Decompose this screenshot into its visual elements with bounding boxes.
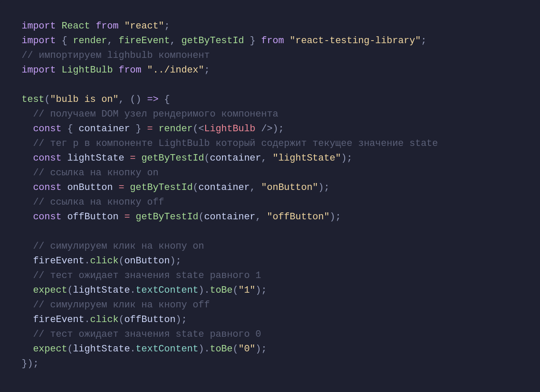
id-react: React bbox=[61, 21, 90, 32]
str-rtl: "react-testing-library" bbox=[290, 35, 421, 46]
comment-p: // тег p в компоненте LightBulb который … bbox=[33, 138, 438, 149]
fn-getbytestid: getByTestId bbox=[136, 212, 198, 222]
line-6: test("bulb is on", () => { bbox=[22, 94, 170, 105]
jsx-lightbulb: LightBulb bbox=[204, 123, 256, 134]
fn-expect: expect bbox=[33, 285, 67, 296]
fn-render: render bbox=[159, 123, 193, 134]
var-lightstate: lightState bbox=[67, 153, 124, 164]
prop-textcontent: textContent bbox=[136, 344, 198, 354]
kw-import: import bbox=[22, 65, 56, 76]
id-lightbulb: LightBulb bbox=[61, 65, 113, 76]
line-1: import React from "react"; bbox=[22, 21, 170, 32]
arg-onbutton: onButton bbox=[124, 256, 170, 266]
str-onbutton: "onButton" bbox=[261, 182, 318, 193]
id-container: container bbox=[79, 123, 130, 134]
kw-import: import bbox=[22, 35, 56, 46]
arg-offbutton: offButton bbox=[124, 314, 176, 325]
fn-getbytestid: getByTestId bbox=[130, 182, 193, 193]
line-23: expect(lightState.textContent).toBe("0")… bbox=[33, 344, 267, 354]
comment-state0: // тест ожидает значения state равного 0 bbox=[33, 329, 261, 340]
kw-from: from bbox=[261, 35, 284, 46]
kw-import: import bbox=[22, 21, 56, 32]
str-offbutton: "offButton" bbox=[267, 212, 330, 222]
fn-click: click bbox=[90, 314, 118, 325]
line-17: fireEvent.click(onButton); bbox=[33, 256, 181, 266]
line-12: const onButton = getByTestId(container, … bbox=[33, 182, 330, 193]
comment-sim-on: // симулируем клик на кнопу on bbox=[33, 241, 204, 252]
id-fireevent: fireEvent bbox=[33, 256, 84, 266]
kw-const: const bbox=[33, 153, 61, 164]
arg-lightstate: lightState bbox=[73, 285, 130, 296]
fn-tobe: toBe bbox=[210, 285, 233, 296]
fn-click: click bbox=[90, 256, 118, 266]
line-19: expect(lightState.textContent).toBe("1")… bbox=[33, 285, 267, 296]
comment-on: // ссылка на кнопку on bbox=[33, 168, 158, 178]
id-fireevent: fireEvent bbox=[33, 314, 84, 325]
comment-sim-off: // симулируем клик на кнопу off bbox=[33, 300, 210, 310]
kw-from: from bbox=[96, 21, 119, 32]
id-getbytestid: getByTestId bbox=[181, 35, 244, 46]
kw-const: const bbox=[33, 182, 61, 193]
kw-from: from bbox=[118, 65, 141, 76]
end-brace: }); bbox=[22, 358, 39, 369]
comment-off: // ссылка на кнопку off bbox=[33, 197, 164, 208]
var-offbutton: offButton bbox=[67, 212, 119, 222]
prop-textcontent: textContent bbox=[136, 285, 198, 296]
line-2: import { render, fireEvent, getByTestId … bbox=[22, 35, 426, 46]
line-10: const lightState = getByTestId(container… bbox=[33, 153, 352, 164]
fn-expect: expect bbox=[33, 344, 67, 354]
line-21: fireEvent.click(offButton); bbox=[33, 314, 187, 325]
arg-container: container bbox=[210, 153, 261, 164]
str-bulb: "bulb is on" bbox=[50, 94, 118, 105]
str-lightstate: "lightState" bbox=[273, 153, 341, 164]
line-8: const { container } = render(<LightBulb … bbox=[33, 123, 284, 134]
arg-lightstate: lightState bbox=[73, 344, 130, 354]
comment-dom: // получаем DOM узел рендеримого компоне… bbox=[33, 109, 278, 120]
fn-tobe: toBe bbox=[210, 344, 233, 354]
str-1: "1" bbox=[238, 285, 256, 296]
id-fireevent: fireEvent bbox=[118, 35, 170, 46]
arg-container: container bbox=[204, 212, 256, 222]
str-0: "0" bbox=[238, 344, 256, 354]
kw-const: const bbox=[33, 212, 61, 222]
arrow: => bbox=[147, 94, 158, 105]
fn-getbytestid: getByTestId bbox=[141, 153, 204, 164]
str-index: "../index" bbox=[147, 65, 204, 76]
id-render: render bbox=[73, 35, 107, 46]
comment-state1: // тест ожидает значения state равного 1 bbox=[33, 270, 261, 281]
str-react: "react" bbox=[124, 21, 164, 32]
kw-const: const bbox=[33, 123, 61, 134]
line-14: const offButton = getByTestId(container,… bbox=[33, 212, 341, 222]
line-4: import LightBulb from "../index"; bbox=[22, 65, 210, 76]
fn-test: test bbox=[22, 94, 44, 105]
var-onbutton: onButton bbox=[67, 182, 113, 193]
comment-import: // импортируем lighbulb компонент bbox=[22, 50, 210, 61]
code-block: import React from "react"; import { rend… bbox=[0, 0, 540, 392]
arg-container: container bbox=[198, 182, 250, 193]
